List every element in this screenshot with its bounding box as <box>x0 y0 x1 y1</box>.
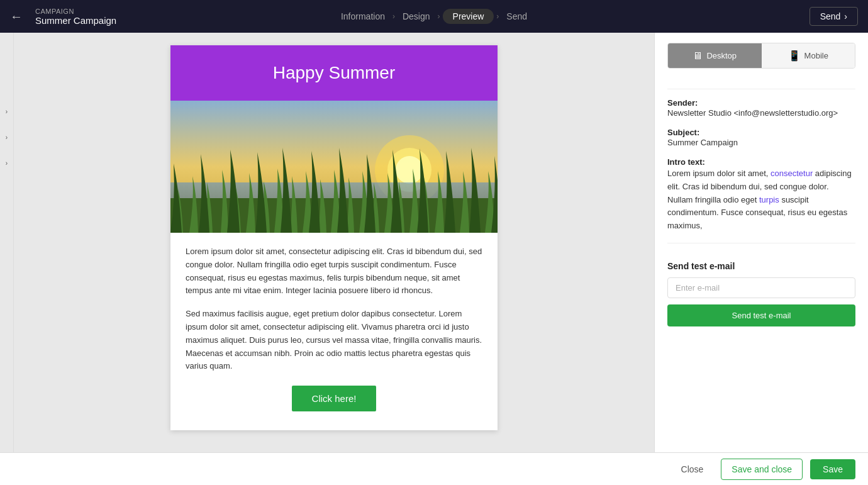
step-information[interactable]: Information <box>336 9 390 24</box>
divider-2 <box>667 243 855 243</box>
sidebar-toggle-2[interactable]: › <box>6 134 8 141</box>
email-cta-button[interactable]: Click here! <box>292 386 377 411</box>
step-send[interactable]: Send <box>501 9 532 24</box>
svg-point-3 <box>396 156 423 184</box>
subject-value: Summer Campaign <box>667 138 855 147</box>
step-arrow-1: › <box>392 12 395 21</box>
step-send-label: Send <box>501 9 532 24</box>
email-image-svg <box>170 101 498 233</box>
email-preview: Happy Summer <box>170 45 498 430</box>
main-content: › › › Happy Summer <box>0 33 868 452</box>
sender-label: Sender: <box>667 98 698 108</box>
intro-link-1[interactable]: consectetur <box>771 169 813 178</box>
test-email-input[interactable] <box>667 277 855 298</box>
header-send-arrow: › <box>844 11 847 21</box>
stepper: Information › Design › Preview › Send <box>336 9 532 24</box>
header-send-label: Send <box>820 11 841 21</box>
desktop-label: Desktop <box>706 51 737 60</box>
test-email-heading: Send test e-mail <box>667 261 855 271</box>
sender-row: Sender: Newsletter Studio <info@newslett… <box>667 97 855 124</box>
save-and-close-button[interactable]: Save and close <box>721 459 803 480</box>
intro-link-2[interactable]: turpis <box>759 195 779 204</box>
campaign-label: CAMPAIGN <box>35 8 116 15</box>
step-preview[interactable]: Preview <box>443 9 494 24</box>
email-preview-area: Happy Summer <box>14 33 654 452</box>
campaign-info: CAMPAIGN Summer Campaign <box>35 8 116 26</box>
send-test-email-button[interactable]: Send test e-mail <box>667 304 855 326</box>
header-left: ← CAMPAIGN Summer Campaign <box>10 8 116 26</box>
divider-1 <box>667 89 855 89</box>
app-header: ← CAMPAIGN Summer Campaign Information ›… <box>0 0 868 33</box>
sender-value: Newsletter Studio <info@newsletterstudio… <box>667 108 855 118</box>
email-image <box>170 101 498 233</box>
save-button[interactable]: Save <box>810 459 855 479</box>
email-para-1: Lorem ipsum dolor sit amet, consectetur … <box>186 245 482 298</box>
desktop-button[interactable]: 🖥 Desktop <box>668 43 762 68</box>
email-para-2: Sed maximus facilisis augue, eget pretiu… <box>186 308 482 373</box>
mobile-button[interactable]: 📱 Mobile <box>762 43 855 68</box>
step-information-label: Information <box>336 9 390 24</box>
step-design[interactable]: Design <box>398 9 435 24</box>
intro-text: Lorem ipsum dolor sit amet, consectetur … <box>667 167 855 233</box>
step-arrow-3: › <box>496 12 499 21</box>
mobile-label: Mobile <box>804 51 828 60</box>
sidebar-toggle-1[interactable]: › <box>6 108 8 115</box>
device-toggle: 🖥 Desktop 📱 Mobile <box>667 43 855 69</box>
mobile-icon: 📱 <box>788 50 801 62</box>
step-design-label: Design <box>398 9 435 24</box>
intro-label: Intro text: <box>667 157 705 167</box>
sidebar-toggle-3[interactable]: › <box>6 160 8 167</box>
email-cta-wrap: Click here! <box>186 386 482 411</box>
intro-row: Intro text: Lorem ipsum dolor sit amet, … <box>667 156 855 233</box>
step-preview-label: Preview <box>443 9 494 24</box>
back-button[interactable]: ← <box>10 9 23 24</box>
intro-text-content: Lorem ipsum dolor sit amet, consectetur … <box>667 169 852 230</box>
desktop-icon: 🖥 <box>693 50 703 62</box>
right-panel: 🖥 Desktop 📱 Mobile Sender: Newsletter St… <box>654 33 868 452</box>
subject-label: Subject: <box>667 128 699 137</box>
email-body: Lorem ipsum dolor sit amet, consectetur … <box>170 233 498 430</box>
footer: Close Save and close Save <box>0 452 868 485</box>
step-arrow-2: › <box>438 12 440 21</box>
campaign-name: Summer Campaign <box>35 15 116 26</box>
email-banner: Happy Summer <box>170 45 498 101</box>
subject-row: Subject: Summer Campaign <box>667 126 855 153</box>
close-button[interactable]: Close <box>671 459 714 479</box>
email-title: Happy Summer <box>183 63 485 83</box>
header-send-button[interactable]: Send › <box>810 7 858 26</box>
left-sidebar: › › › <box>0 33 14 452</box>
